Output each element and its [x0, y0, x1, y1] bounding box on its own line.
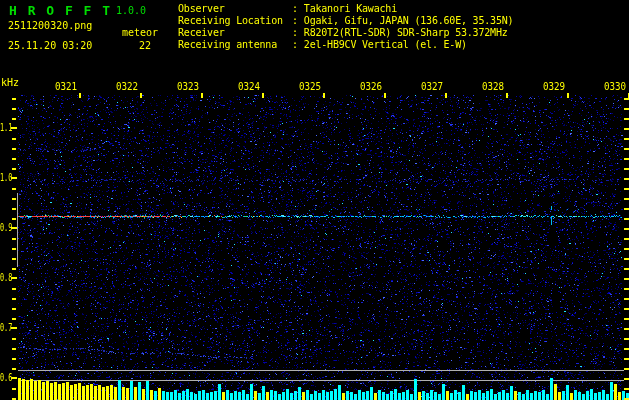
- freq-tick-label: 1.0: [0, 172, 12, 183]
- datetime-label: 25.11.20 03:20: [8, 40, 92, 51]
- meteor-count: 22: [139, 40, 151, 51]
- spectrogram-canvas: [0, 0, 629, 400]
- colon: :: [292, 27, 298, 38]
- time-tick-label: 0325: [298, 81, 322, 92]
- time-tick-label: 0327: [420, 81, 444, 92]
- time-tick-label: 0328: [481, 81, 505, 92]
- info-value: 2el-HB9CV Vertical (el. E-W): [304, 39, 467, 50]
- info-row-antenna: Receiving antenna:2el-HB9CV Vertical (el…: [178, 39, 513, 51]
- colon: :: [292, 15, 298, 26]
- info-value: Ogaki, Gifu, JAPAN (136.60E, 35.35N): [304, 15, 514, 26]
- freq-tick-label: 0.8: [0, 272, 12, 283]
- info-label: Receiver: [178, 27, 292, 39]
- hrofft-screenshot: H R O F F T 1.0.0 2511200320.png meteor …: [0, 0, 629, 400]
- time-tick-label: 0330: [603, 81, 627, 92]
- info-row-receiver: Receiver:R820T2(RTL-SDR) SDR-Sharp 53.37…: [178, 27, 513, 39]
- colon: :: [292, 3, 298, 14]
- info-value: Takanori Kawachi: [304, 3, 397, 14]
- freq-tick-label: 1.1: [0, 122, 12, 133]
- info-row-observer: Observer:Takanori Kawachi: [178, 3, 513, 15]
- time-tick-label: 0323: [176, 81, 200, 92]
- time-tick-label: 0324: [237, 81, 261, 92]
- output-filename: 2511200320.png: [8, 20, 92, 31]
- time-tick-label: 0329: [542, 81, 566, 92]
- y-axis-unit-label: kHz: [1, 77, 19, 88]
- freq-tick-label: 0.7: [0, 322, 12, 333]
- info-value: R820T2(RTL-SDR) SDR-Sharp 53.372MHz: [304, 27, 508, 38]
- mode-label: meteor: [122, 27, 158, 38]
- freq-tick-label: 0.6: [0, 372, 12, 383]
- info-row-location: Receiving Location:Ogaki, Gifu, JAPAN (1…: [178, 15, 513, 27]
- time-tick-label: 0326: [359, 81, 383, 92]
- freq-tick-label: 0.9: [0, 222, 12, 233]
- time-tick-label: 0322: [115, 81, 139, 92]
- app-version: 1.0.0: [116, 5, 146, 16]
- info-label: Receiving Location: [178, 15, 292, 27]
- colon: :: [292, 39, 298, 50]
- app-title: H R O F F T: [9, 3, 112, 18]
- station-info-block: Observer:Takanori Kawachi Receiving Loca…: [178, 3, 513, 51]
- info-label: Receiving antenna: [178, 39, 292, 51]
- time-tick-label: 0321: [54, 81, 78, 92]
- info-label: Observer: [178, 3, 292, 15]
